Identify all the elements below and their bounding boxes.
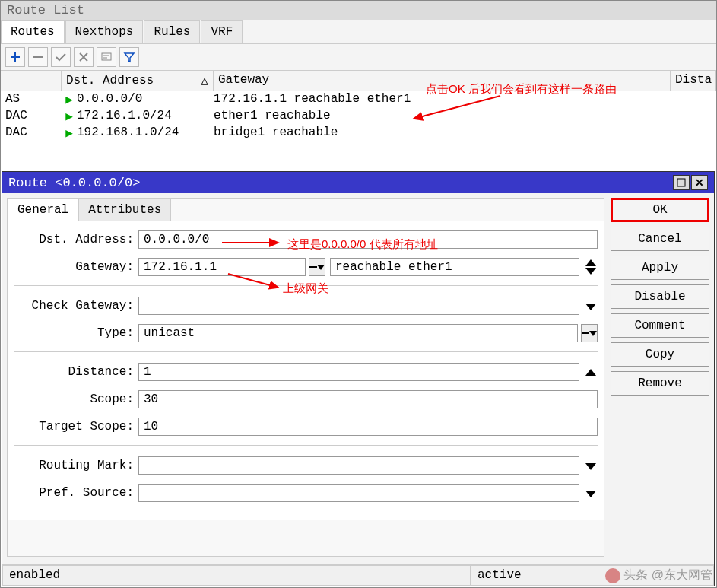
gateway-status: reachable ether1	[330, 258, 579, 276]
label-scope: Scope:	[14, 393, 138, 406]
tab-vrf[interactable]: VRF	[201, 20, 243, 43]
type-dropdown-button[interactable]	[581, 324, 598, 342]
pref-source-input[interactable]	[138, 484, 579, 502]
distance-collapse-button[interactable]	[584, 369, 598, 376]
dialog-title: Route <0.0.0.0/0>	[8, 176, 671, 190]
copy-button[interactable]: Copy	[611, 342, 709, 367]
dialog-titlebar: Route <0.0.0.0/0> ✕	[2, 172, 714, 193]
cancel-button[interactable]: Cancel	[611, 227, 709, 251]
tab-routes[interactable]: Routes	[1, 20, 65, 43]
flags-cell: AS	[1, 92, 62, 107]
label-type: Type:	[14, 326, 138, 340]
th-flags[interactable]	[1, 71, 62, 91]
route-dialog: Route <0.0.0.0/0> ✕ General Attributes D…	[2, 171, 715, 586]
type-input[interactable]	[138, 324, 578, 342]
th-distance[interactable]: Dista	[671, 71, 716, 91]
table-row[interactable]: AS ▶ 0.0.0.0/0 172.16.1.1 reachable ethe…	[1, 91, 716, 108]
dst-cell: 172.16.1.0/24	[77, 109, 214, 124]
svg-rect-0	[102, 53, 111, 60]
table-body: AS ▶ 0.0.0.0/0 172.16.1.1 reachable ethe…	[1, 91, 716, 141]
minimize-button[interactable]	[673, 175, 690, 190]
flags-cell: DAC	[1, 109, 62, 124]
sort-indicator-icon: △	[201, 73, 208, 88]
gw-cell: bridge1 reachable	[214, 126, 716, 141]
label-dst-address: Dst. Address:	[14, 233, 138, 246]
svg-rect-2	[677, 179, 685, 186]
th-dst-address[interactable]: Dst. Address △	[62, 71, 214, 91]
toolbar	[1, 44, 716, 71]
label-gateway: Gateway:	[14, 260, 138, 274]
status-enabled: enabled	[2, 565, 471, 586]
ok-button[interactable]: OK	[611, 198, 709, 222]
flags-cell: DAC	[1, 126, 62, 141]
dialog-form-panel: General Attributes Dst. Address: Gateway…	[7, 198, 604, 557]
add-button[interactable]	[5, 47, 25, 67]
table-row[interactable]: DAC ▶ 192.168.1.0/24 bridge1 reachable	[1, 125, 716, 141]
gateway-dropdown-button[interactable]	[309, 258, 325, 276]
gateway-updown-button[interactable]	[584, 259, 598, 275]
check-gateway-input[interactable]	[138, 297, 579, 315]
filter-button[interactable]	[119, 47, 139, 67]
play-icon: ▶	[62, 126, 77, 141]
comment-button[interactable]: Comment	[611, 313, 709, 338]
pref-source-expand-button[interactable]	[584, 489, 598, 497]
tab-attributes[interactable]: Attributes	[78, 199, 171, 221]
dst-address-input[interactable]	[138, 230, 598, 249]
dst-cell: 192.168.1.0/24	[77, 126, 214, 141]
th-gateway[interactable]: Gateway	[214, 71, 671, 91]
th-dst-label: Dst. Address	[66, 74, 154, 87]
dialog-right-buttons: OK Cancel Apply Disable Comment Copy Rem…	[611, 198, 709, 557]
gateway-input[interactable]	[138, 258, 306, 276]
disable-button[interactable]	[74, 47, 94, 67]
table-row[interactable]: DAC ▶ 172.16.1.0/24 ether1 reachable	[1, 108, 716, 125]
enable-button[interactable]	[51, 47, 71, 67]
apply-button[interactable]: Apply	[611, 256, 709, 280]
routing-mark-expand-button[interactable]	[584, 462, 598, 470]
label-routing-mark: Routing Mark:	[14, 459, 138, 472]
tab-rules[interactable]: Rules	[144, 20, 200, 43]
comment-button[interactable]	[97, 47, 116, 67]
gw-cell: ether1 reachable	[214, 109, 716, 124]
dialog-statusbar: enabled active	[2, 564, 714, 586]
table-header: Dst. Address △ Gateway Dista	[1, 71, 716, 91]
routing-mark-input[interactable]	[138, 456, 579, 475]
tab-general[interactable]: General	[8, 199, 78, 221]
label-target-scope: Target Scope:	[14, 420, 138, 434]
tab-nexthops[interactable]: Nexthops	[65, 20, 144, 43]
distance-input[interactable]	[138, 363, 579, 381]
remove-button[interactable]	[28, 47, 48, 67]
gw-cell: 172.16.1.1 reachable ether1	[214, 92, 716, 107]
target-scope-input[interactable]	[138, 418, 598, 436]
main-tabs: Routes Nexthops Rules VRF	[1, 20, 716, 44]
dst-cell: 0.0.0.0/0	[77, 92, 214, 107]
label-distance: Distance:	[14, 365, 138, 379]
check-gw-expand-button[interactable]	[584, 302, 598, 310]
disable-button[interactable]: Disable	[611, 284, 709, 309]
window-title: Route List	[1, 1, 716, 20]
label-check-gateway: Check Gateway:	[14, 299, 138, 313]
close-button[interactable]: ✕	[691, 175, 708, 190]
play-icon: ▶	[62, 109, 77, 124]
remove-button[interactable]: Remove	[611, 371, 709, 396]
label-pref-source: Pref. Source:	[14, 486, 138, 500]
status-active: active	[471, 565, 714, 586]
play-icon: ▶	[62, 92, 77, 107]
scope-input[interactable]	[138, 390, 598, 408]
